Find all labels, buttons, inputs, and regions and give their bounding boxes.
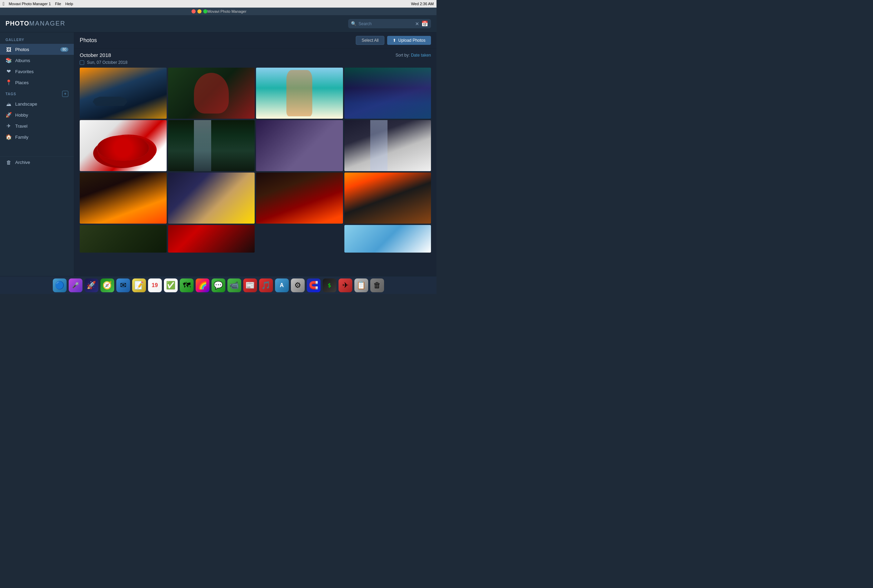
select-all-button[interactable]: Select All	[356, 36, 384, 45]
photo-item-14[interactable]	[168, 225, 255, 253]
dock-magnet[interactable]: 🧲	[307, 279, 321, 292]
dock-facetime[interactable]: 📹	[227, 279, 241, 292]
sidebar-item-archive[interactable]: 🗑 Archive	[0, 156, 74, 168]
cherry-detail	[97, 135, 149, 161]
sidebar-item-family[interactable]: 🏠 Family	[0, 132, 74, 142]
dock-photos[interactable]: 🌈	[196, 279, 210, 292]
dock-appstore[interactable]: A	[275, 279, 289, 292]
photo-item-7[interactable]	[256, 120, 343, 171]
photos-badge: 80	[60, 47, 68, 52]
photo-item-15-empty	[256, 225, 343, 253]
calendar-dock-icon: 19	[152, 282, 158, 288]
logo-photo: PHOTO	[6, 20, 29, 27]
menu-file[interactable]: File	[55, 2, 61, 6]
dock-messages[interactable]: 💬	[212, 279, 225, 292]
tags-add-button[interactable]: +	[62, 91, 68, 97]
albums-icon: 📚	[6, 57, 12, 63]
dock-system-preferences[interactable]: ⚙	[291, 279, 304, 292]
magnet-icon: 🧲	[309, 281, 318, 290]
appstore-icon: A	[280, 282, 284, 288]
dock-launchpad[interactable]: 🚀	[84, 279, 98, 292]
dock-notes[interactable]: 📝	[132, 279, 146, 292]
dock-music[interactable]: 🎵	[259, 279, 273, 292]
sidebar-item-travel[interactable]: ✈ Travel	[0, 120, 74, 132]
date-checkbox[interactable]	[80, 60, 84, 65]
search-icon: 🔍	[351, 21, 357, 26]
menu-bar-left:  Movavi Photo Manager 1 File Help	[3, 1, 73, 6]
photo-item-1[interactable]	[80, 68, 166, 119]
calendar-icon[interactable]: 📅	[422, 20, 428, 27]
maps-icon: 🗺	[183, 281, 190, 290]
sidebar-item-hobby[interactable]: 🚀 Hobby	[0, 110, 74, 120]
sidebar-item-places[interactable]: 📍 Places	[0, 77, 74, 88]
app-menu-name[interactable]: Movavi Photo Manager 1	[9, 2, 51, 6]
main-layout: Gallery 🖼 Photos 80 📚 Albums ❤ Favorites…	[0, 32, 436, 276]
dock-trash[interactable]: 🗑	[370, 279, 384, 292]
archive-label: Archive	[15, 160, 68, 165]
clipboard-icon: 📋	[357, 281, 366, 290]
photo-item-11[interactable]	[256, 172, 343, 224]
photo-item-8[interactable]	[344, 120, 431, 171]
hobby-label: Hobby	[15, 112, 68, 118]
upload-label: Upload Photos	[398, 38, 426, 43]
date-month: October 2018	[80, 52, 111, 58]
photo-item-16[interactable]	[344, 225, 431, 253]
photo-item-12[interactable]	[344, 172, 431, 224]
photo-item-3[interactable]	[256, 68, 343, 119]
fullscreen-button[interactable]	[203, 9, 207, 14]
archive-icon: 🗑	[6, 159, 12, 165]
dock-finder[interactable]: 🔵	[53, 279, 67, 292]
launchpad-icon: 🚀	[87, 281, 96, 290]
sort-link[interactable]: Date taken	[411, 53, 431, 58]
apple-menu[interactable]: 	[3, 1, 4, 6]
search-clear-icon[interactable]: ✕	[415, 21, 419, 27]
photo-item-2[interactable]	[168, 68, 255, 119]
travel-label: Travel	[15, 123, 68, 129]
trash-icon: 🗑	[374, 281, 381, 290]
sidebar-item-landscape[interactable]: ⛰ Landscape	[0, 98, 74, 110]
news-icon: 📰	[245, 281, 255, 290]
places-icon: 📍	[6, 80, 12, 86]
mail-icon: ✉	[120, 281, 126, 290]
menu-time: Wed 2:36 AM	[411, 2, 434, 6]
dock-airmail[interactable]: ✈	[339, 279, 352, 292]
close-button[interactable]	[192, 9, 196, 14]
waterfall-overlay-2	[370, 120, 387, 171]
siri-icon: 🎤	[72, 282, 79, 288]
dock-terminal[interactable]: $	[322, 279, 336, 292]
dock-news[interactable]: 📰	[243, 279, 257, 292]
sidebar-item-photos[interactable]: 🖼 Photos 80	[0, 44, 74, 55]
photo-item-4[interactable]	[344, 68, 431, 119]
dock-safari[interactable]: 🧭	[100, 279, 114, 292]
upload-photos-button[interactable]: ⬆ Upload Photos	[387, 36, 431, 45]
dock-maps[interactable]: 🗺	[180, 279, 194, 292]
content-header: Photos Select All ⬆ Upload Photos	[74, 32, 436, 49]
dock-siri[interactable]: 🎤	[69, 279, 82, 292]
sidebar: Gallery 🖼 Photos 80 📚 Albums ❤ Favorites…	[0, 32, 74, 276]
photo-item-9[interactable]	[80, 172, 166, 224]
favorites-label: Favorites	[15, 69, 68, 74]
photo-item-10[interactable]	[168, 172, 255, 224]
photo-item-6[interactable]	[168, 120, 255, 171]
safari-icon: 🧭	[102, 281, 112, 290]
menu-help[interactable]: Help	[65, 2, 73, 6]
photos-label: Photos	[15, 47, 57, 52]
dock-reminders[interactable]: ✅	[164, 279, 178, 292]
window-title: Movavi Photo Manager	[207, 9, 246, 14]
finder-icon: 🔵	[55, 281, 64, 290]
search-bar[interactable]: 🔍 ✕ 📅	[348, 19, 431, 28]
northern-lights-overlay	[344, 68, 431, 119]
search-input[interactable]	[358, 21, 413, 26]
dock-mail[interactable]: ✉	[116, 279, 130, 292]
content-title: Photos	[80, 37, 97, 44]
minimize-button[interactable]	[197, 9, 201, 14]
dock-clipboard[interactable]: 📋	[354, 279, 368, 292]
sidebar-item-favorites[interactable]: ❤ Favorites	[0, 66, 74, 77]
content-actions: Select All ⬆ Upload Photos	[356, 36, 431, 45]
sidebar-item-albums[interactable]: 📚 Albums	[0, 55, 74, 66]
dock-calendar[interactable]: 19	[148, 279, 162, 292]
messages-icon: 💬	[214, 281, 223, 290]
favorites-icon: ❤	[6, 68, 12, 75]
photo-item-5[interactable]	[80, 120, 166, 171]
photo-item-13[interactable]	[80, 225, 166, 253]
